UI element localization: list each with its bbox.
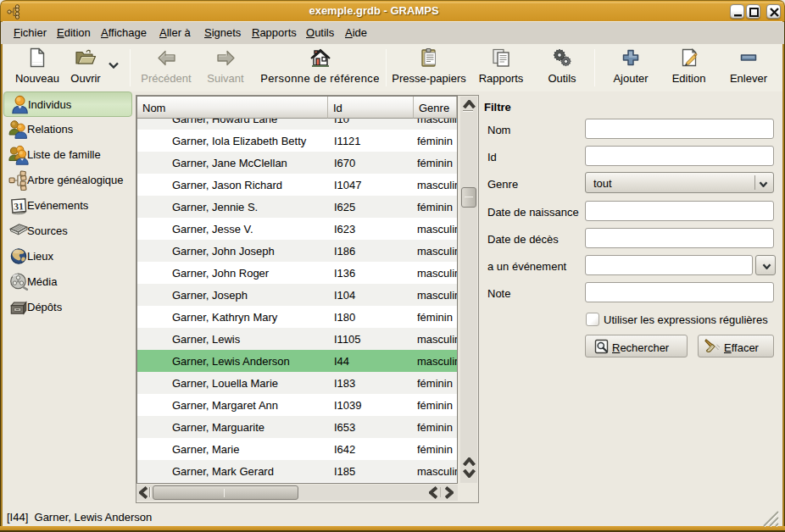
svg-text:31: 31 (14, 201, 24, 212)
